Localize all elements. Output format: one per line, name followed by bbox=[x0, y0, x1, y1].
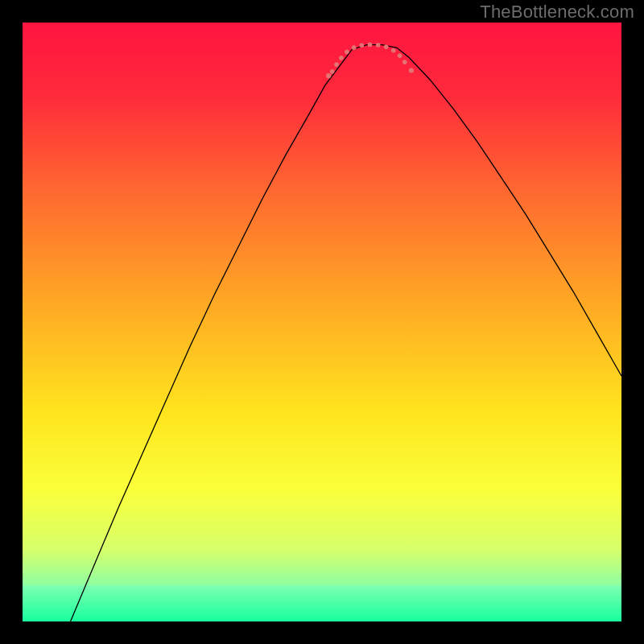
chart-svg bbox=[23, 23, 621, 621]
gradient-background bbox=[23, 23, 621, 621]
watermark-text: TheBottleneck.com bbox=[480, 2, 634, 23]
bottom-band bbox=[23, 585, 621, 621]
chart-plot-area bbox=[23, 23, 621, 621]
chart-frame: TheBottleneck.com bbox=[0, 0, 644, 644]
